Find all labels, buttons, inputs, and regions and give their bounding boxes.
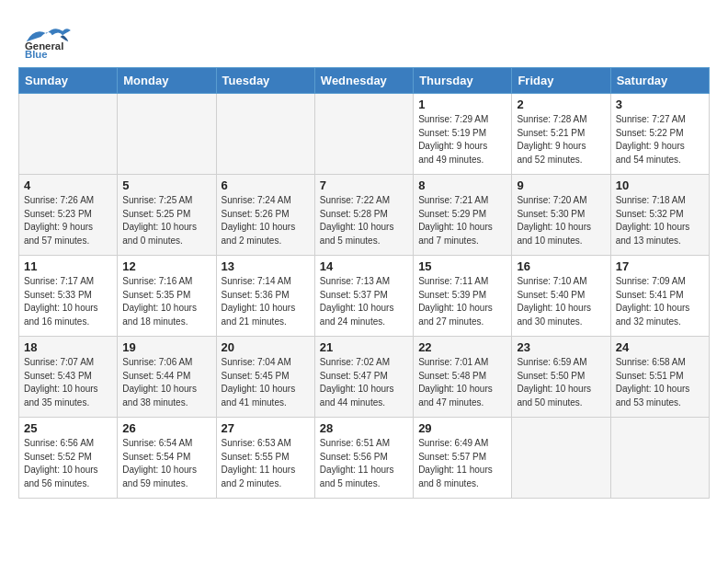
day-info: Sunrise: 7:11 AM Sunset: 5:39 PM Dayligh… xyxy=(418,275,506,328)
calendar-cell: 10Sunrise: 7:18 AM Sunset: 5:32 PM Dayli… xyxy=(610,175,709,256)
day-number: 2 xyxy=(517,98,605,111)
calendar-cell: 17Sunrise: 7:09 AM Sunset: 5:41 PM Dayli… xyxy=(610,256,709,337)
day-number: 28 xyxy=(320,421,408,435)
calendar-cell: 1Sunrise: 7:29 AM Sunset: 5:19 PM Daylig… xyxy=(414,94,512,175)
day-number: 26 xyxy=(122,421,210,435)
calendar-week-row: 1Sunrise: 7:29 AM Sunset: 5:19 PM Daylig… xyxy=(19,94,710,175)
calendar-cell: 28Sunrise: 6:51 AM Sunset: 5:56 PM Dayli… xyxy=(314,418,413,499)
day-number: 6 xyxy=(222,178,310,192)
calendar-cell: 9Sunrise: 7:20 AM Sunset: 5:30 PM Daylig… xyxy=(512,175,610,256)
calendar-cell: 20Sunrise: 7:04 AM Sunset: 5:45 PM Dayli… xyxy=(216,337,314,418)
weekday-header-saturday: Saturday xyxy=(610,68,709,94)
day-info: Sunrise: 6:58 AM Sunset: 5:51 PM Dayligh… xyxy=(616,356,704,409)
calendar-cell xyxy=(118,94,216,175)
calendar-cell: 29Sunrise: 6:49 AM Sunset: 5:57 PM Dayli… xyxy=(414,418,512,499)
day-info: Sunrise: 7:17 AM Sunset: 5:33 PM Dayligh… xyxy=(24,275,112,328)
day-number: 8 xyxy=(418,178,506,192)
calendar-cell: 24Sunrise: 6:58 AM Sunset: 5:51 PM Dayli… xyxy=(610,337,709,418)
day-number: 16 xyxy=(517,259,605,273)
day-info: Sunrise: 7:06 AM Sunset: 5:44 PM Dayligh… xyxy=(122,356,210,409)
weekday-header-sunday: Sunday xyxy=(19,68,118,94)
day-number: 7 xyxy=(320,178,408,192)
day-info: Sunrise: 7:01 AM Sunset: 5:48 PM Dayligh… xyxy=(418,356,506,409)
calendar-cell xyxy=(610,418,709,499)
weekday-header-thursday: Thursday xyxy=(414,68,512,94)
day-number: 25 xyxy=(24,421,112,435)
calendar-week-row: 25Sunrise: 6:56 AM Sunset: 5:52 PM Dayli… xyxy=(19,418,710,499)
calendar-cell: 23Sunrise: 6:59 AM Sunset: 5:50 PM Dayli… xyxy=(512,337,610,418)
day-info: Sunrise: 7:09 AM Sunset: 5:41 PM Dayligh… xyxy=(616,275,704,328)
day-info: Sunrise: 7:24 AM Sunset: 5:26 PM Dayligh… xyxy=(222,194,310,247)
day-info: Sunrise: 7:18 AM Sunset: 5:32 PM Dayligh… xyxy=(616,194,704,247)
day-number: 13 xyxy=(222,259,310,273)
day-info: Sunrise: 7:20 AM Sunset: 5:30 PM Dayligh… xyxy=(517,194,605,247)
calendar-cell: 16Sunrise: 7:10 AM Sunset: 5:40 PM Dayli… xyxy=(512,256,610,337)
day-info: Sunrise: 7:28 AM Sunset: 5:21 PM Dayligh… xyxy=(517,113,605,167)
calendar-week-row: 18Sunrise: 7:07 AM Sunset: 5:43 PM Dayli… xyxy=(19,337,710,418)
day-number: 21 xyxy=(320,340,408,354)
day-number: 27 xyxy=(222,421,310,435)
calendar-table: SundayMondayTuesdayWednesdayThursdayFrid… xyxy=(18,67,710,499)
day-info: Sunrise: 7:14 AM Sunset: 5:36 PM Dayligh… xyxy=(222,275,310,328)
day-info: Sunrise: 7:26 AM Sunset: 5:23 PM Dayligh… xyxy=(24,194,112,247)
calendar-cell: 19Sunrise: 7:06 AM Sunset: 5:44 PM Dayli… xyxy=(118,337,216,418)
calendar-cell: 5Sunrise: 7:25 AM Sunset: 5:25 PM Daylig… xyxy=(118,175,216,256)
day-info: Sunrise: 6:59 AM Sunset: 5:50 PM Dayligh… xyxy=(517,356,605,409)
day-info: Sunrise: 7:13 AM Sunset: 5:37 PM Dayligh… xyxy=(320,275,408,328)
calendar-cell: 18Sunrise: 7:07 AM Sunset: 5:43 PM Dayli… xyxy=(19,337,118,418)
day-info: Sunrise: 7:04 AM Sunset: 5:45 PM Dayligh… xyxy=(222,356,310,409)
calendar-cell: 25Sunrise: 6:56 AM Sunset: 5:52 PM Dayli… xyxy=(19,418,118,499)
day-info: Sunrise: 7:10 AM Sunset: 5:40 PM Dayligh… xyxy=(517,275,605,328)
day-number: 12 xyxy=(122,259,210,273)
day-number: 20 xyxy=(222,340,310,354)
calendar-cell: 4Sunrise: 7:26 AM Sunset: 5:23 PM Daylig… xyxy=(19,175,118,256)
calendar-cell: 27Sunrise: 6:53 AM Sunset: 5:55 PM Dayli… xyxy=(216,418,314,499)
day-info: Sunrise: 7:22 AM Sunset: 5:28 PM Dayligh… xyxy=(320,194,408,247)
logo: General Blue xyxy=(18,18,83,60)
calendar-cell: 13Sunrise: 7:14 AM Sunset: 5:36 PM Dayli… xyxy=(216,256,314,337)
day-number: 1 xyxy=(418,98,506,111)
day-number: 5 xyxy=(122,178,210,192)
calendar-week-row: 4Sunrise: 7:26 AM Sunset: 5:23 PM Daylig… xyxy=(19,175,710,256)
calendar-cell: 12Sunrise: 7:16 AM Sunset: 5:35 PM Dayli… xyxy=(118,256,216,337)
calendar-cell xyxy=(512,418,610,499)
day-number: 18 xyxy=(24,340,112,354)
day-info: Sunrise: 6:49 AM Sunset: 5:57 PM Dayligh… xyxy=(418,437,506,490)
day-number: 17 xyxy=(616,259,704,273)
calendar-cell: 22Sunrise: 7:01 AM Sunset: 5:48 PM Dayli… xyxy=(414,337,512,418)
day-info: Sunrise: 6:56 AM Sunset: 5:52 PM Dayligh… xyxy=(24,437,112,490)
weekday-header-row: SundayMondayTuesdayWednesdayThursdayFrid… xyxy=(19,68,710,94)
calendar-cell: 26Sunrise: 6:54 AM Sunset: 5:54 PM Dayli… xyxy=(118,418,216,499)
calendar-cell xyxy=(314,94,413,175)
day-number: 23 xyxy=(517,340,605,354)
day-info: Sunrise: 7:27 AM Sunset: 5:22 PM Dayligh… xyxy=(616,113,704,167)
calendar-cell: 14Sunrise: 7:13 AM Sunset: 5:37 PM Dayli… xyxy=(314,256,413,337)
day-number: 11 xyxy=(24,259,112,273)
day-number: 10 xyxy=(616,178,704,192)
weekday-header-wednesday: Wednesday xyxy=(314,68,413,94)
day-number: 24 xyxy=(616,340,704,354)
calendar-cell: 8Sunrise: 7:21 AM Sunset: 5:29 PM Daylig… xyxy=(414,175,512,256)
day-number: 9 xyxy=(517,178,605,192)
calendar-week-row: 11Sunrise: 7:17 AM Sunset: 5:33 PM Dayli… xyxy=(19,256,710,337)
calendar-cell: 11Sunrise: 7:17 AM Sunset: 5:33 PM Dayli… xyxy=(19,256,118,337)
calendar-cell: 21Sunrise: 7:02 AM Sunset: 5:47 PM Dayli… xyxy=(314,337,413,418)
day-number: 14 xyxy=(320,259,408,273)
day-info: Sunrise: 7:07 AM Sunset: 5:43 PM Dayligh… xyxy=(24,356,112,409)
page-header: General Blue xyxy=(18,15,710,60)
day-info: Sunrise: 7:21 AM Sunset: 5:29 PM Dayligh… xyxy=(418,194,506,247)
day-info: Sunrise: 7:29 AM Sunset: 5:19 PM Dayligh… xyxy=(418,113,506,167)
logo-icon: General Blue xyxy=(18,18,83,60)
day-info: Sunrise: 7:16 AM Sunset: 5:35 PM Dayligh… xyxy=(122,275,210,328)
calendar-cell: 7Sunrise: 7:22 AM Sunset: 5:28 PM Daylig… xyxy=(314,175,413,256)
weekday-header-tuesday: Tuesday xyxy=(216,68,314,94)
day-info: Sunrise: 6:54 AM Sunset: 5:54 PM Dayligh… xyxy=(122,437,210,490)
day-info: Sunrise: 7:25 AM Sunset: 5:25 PM Dayligh… xyxy=(122,194,210,247)
calendar-cell xyxy=(216,94,314,175)
day-number: 22 xyxy=(418,340,506,354)
weekday-header-monday: Monday xyxy=(118,68,216,94)
day-info: Sunrise: 7:02 AM Sunset: 5:47 PM Dayligh… xyxy=(320,356,408,409)
day-number: 15 xyxy=(418,259,506,273)
day-number: 29 xyxy=(418,421,506,435)
day-info: Sunrise: 6:51 AM Sunset: 5:56 PM Dayligh… xyxy=(320,437,408,490)
